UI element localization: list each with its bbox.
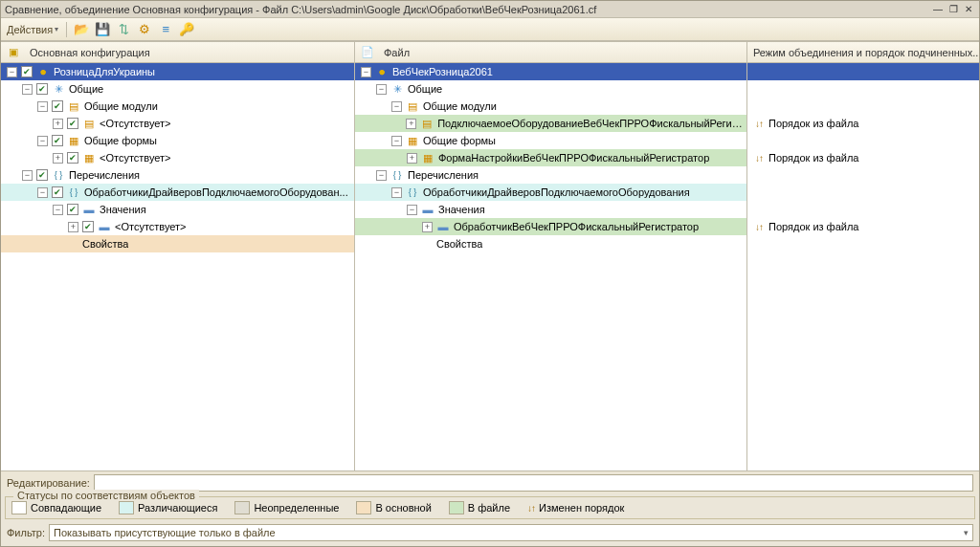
tree-row[interactable]: Свойства: [355, 235, 746, 252]
expand-toggle[interactable]: −: [53, 205, 63, 215]
checkbox[interactable]: [67, 118, 78, 129]
expand-toggle[interactable]: −: [391, 101, 402, 112]
checkbox[interactable]: [52, 100, 63, 112]
compare-grid: Основная конфигурация −РозницаДляУкраины…: [1, 41, 979, 470]
order-label: Порядок из файла: [768, 118, 858, 129]
edit-input[interactable]: [94, 474, 973, 492]
order-row[interactable]: [747, 184, 979, 201]
expand-toggle[interactable]: +: [53, 119, 63, 129]
checkbox[interactable]: [52, 135, 63, 146]
tree-row[interactable]: +ПодключаемоеОборудованиеВебЧекПРРОФиска…: [355, 115, 746, 132]
expand-toggle[interactable]: −: [391, 136, 402, 146]
tree-row[interactable]: Свойства: [1, 235, 354, 252]
right-tree[interactable]: −ВебЧекРозница2061−Общие−Общие модули+По…: [355, 63, 746, 470]
tree-row[interactable]: −РозницаДляУкраины: [1, 63, 354, 80]
right-column: Файл −ВебЧекРозница2061−Общие−Общие моду…: [355, 42, 747, 470]
order-row[interactable]: Порядок из файла: [747, 218, 979, 235]
order-row[interactable]: [747, 132, 979, 149]
close-button[interactable]: ✕: [962, 3, 975, 16]
expand-toggle[interactable]: +: [406, 119, 416, 129]
order-row[interactable]: [747, 166, 979, 184]
tree-row[interactable]: −Значения: [1, 201, 354, 218]
save-button[interactable]: 💾: [94, 21, 111, 38]
order-row[interactable]: [747, 235, 979, 252]
expand-toggle[interactable]: +: [53, 153, 63, 164]
node-label: Общие формы: [423, 135, 496, 146]
left-tree[interactable]: −РозницаДляУкраины−Общие−Общие модули+<О…: [1, 63, 354, 470]
chevron-down-icon: ▾: [55, 25, 58, 33]
settings-button[interactable]: ⚙: [136, 21, 153, 38]
tree-row[interactable]: +<Отсутствует>: [1, 218, 354, 235]
globe-icon: [36, 65, 50, 78]
node-label: Свойства: [82, 238, 128, 250]
tree-row[interactable]: +ОбработчикВебЧекПРРОФискальныйРегистрат…: [355, 218, 746, 235]
checkbox[interactable]: [36, 83, 48, 95]
toolbar-divider: [66, 22, 67, 37]
filter-select[interactable]: Показывать присутствующие только в файле…: [49, 524, 973, 541]
legend-title: Статусы по соответствиям объектов: [13, 490, 199, 501]
key-button[interactable]: 🔑: [178, 21, 195, 38]
checkbox[interactable]: [36, 169, 48, 181]
expand-toggle[interactable]: −: [376, 84, 387, 95]
tree-row[interactable]: −ОбработчикиДрайверовПодключаемогоОборуд…: [1, 184, 354, 201]
tree-row[interactable]: −Общие: [1, 80, 354, 98]
checkbox[interactable]: [21, 66, 33, 77]
expand-toggle[interactable]: +: [422, 222, 433, 232]
order-label: Порядок из файла: [768, 221, 858, 232]
node-label: Перечисления: [69, 169, 140, 181]
tree-row[interactable]: −Общие формы: [1, 132, 354, 149]
mod-icon: [420, 117, 434, 130]
right-column-header[interactable]: Файл: [355, 42, 746, 63]
expand-toggle[interactable]: −: [22, 84, 33, 95]
legend-matching: Совпадающие: [11, 501, 101, 514]
left-column-header[interactable]: Основная конфигурация: [1, 42, 354, 63]
order-row[interactable]: [747, 98, 979, 115]
tree-row[interactable]: −Значения: [355, 201, 746, 218]
tree-row[interactable]: −Общие формы: [355, 132, 746, 149]
node-label: Значения: [438, 204, 485, 215]
tree-row[interactable]: −Общие: [355, 80, 746, 98]
maximize-button[interactable]: ❐: [947, 3, 960, 16]
tree-row[interactable]: +<Отсутствует>: [1, 149, 354, 166]
checkbox[interactable]: [52, 186, 63, 198]
order-row[interactable]: [747, 63, 979, 80]
expand-toggle[interactable]: −: [22, 170, 33, 181]
node-label: <Отсутствует>: [100, 152, 171, 164]
tree-row[interactable]: +ФормаНастройкиВебЧекПРРОФискальныйРегис…: [355, 149, 746, 166]
node-label: Свойства: [436, 238, 482, 250]
actions-menu[interactable]: Действия ▾: [5, 24, 60, 35]
filter-button[interactable]: ≡: [157, 21, 174, 38]
tree-row[interactable]: −ОбработчикиДрайверовПодключаемогоОборуд…: [355, 184, 746, 201]
order-row[interactable]: [747, 201, 979, 218]
expand-toggle[interactable]: −: [37, 136, 48, 146]
compare-button[interactable]: ⇅: [115, 21, 132, 38]
order-row[interactable]: Порядок из файла: [747, 149, 979, 166]
tree-row[interactable]: −Общие модули: [355, 98, 746, 115]
open-folder-button[interactable]: 📂: [73, 21, 90, 38]
checkbox[interactable]: [82, 221, 94, 232]
node-label: Общие модули: [423, 100, 497, 112]
expand-toggle[interactable]: −: [376, 170, 387, 181]
tree-row[interactable]: +<Отсутствует>: [1, 115, 354, 132]
expand-toggle[interactable]: +: [68, 222, 78, 232]
tree-row[interactable]: −Перечисления: [1, 166, 354, 184]
expand-toggle[interactable]: −: [37, 187, 48, 198]
order-row[interactable]: Порядок из файла: [747, 115, 979, 132]
node-label: ОбработчикВебЧекПРРОФискальныйРегистрато…: [454, 221, 699, 232]
expand-toggle[interactable]: +: [407, 153, 417, 164]
checkbox[interactable]: [67, 152, 78, 164]
mode-tree[interactable]: Порядок из файлаПорядок из файлаПорядок …: [747, 63, 979, 470]
tree-row[interactable]: −ВебЧекРозница2061: [355, 63, 746, 80]
mode-column-header[interactable]: Режим объединения и порядок подчиненных.…: [747, 42, 979, 63]
expand-toggle[interactable]: −: [361, 67, 371, 77]
checkbox[interactable]: [67, 204, 78, 215]
tree-row[interactable]: −Перечисления: [355, 166, 746, 184]
tree-row[interactable]: −Общие модули: [1, 98, 354, 115]
order-arrows-icon: [755, 221, 763, 232]
expand-toggle[interactable]: −: [7, 67, 17, 77]
expand-toggle[interactable]: −: [37, 101, 48, 112]
expand-toggle[interactable]: −: [407, 205, 417, 215]
expand-toggle[interactable]: −: [391, 187, 402, 198]
minimize-button[interactable]: —: [931, 3, 945, 16]
order-row[interactable]: [747, 80, 979, 98]
